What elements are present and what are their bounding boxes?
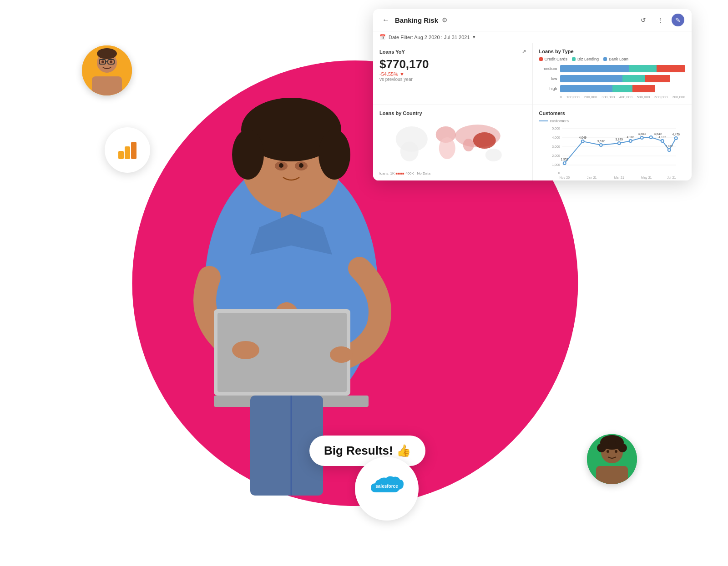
avatar-woman <box>587 434 637 484</box>
bar-seg-biz-high <box>612 85 632 92</box>
svg-rect-14 <box>596 466 628 484</box>
svg-point-35 <box>232 341 259 359</box>
analytics-icon <box>116 138 139 162</box>
bar-group-high <box>560 85 686 92</box>
bar-seg-credit-med <box>657 65 685 72</box>
svg-point-11 <box>97 48 117 59</box>
legend-dot-credit <box>539 57 543 61</box>
woman-avatar-image <box>587 434 637 484</box>
svg-point-29 <box>279 163 283 168</box>
svg-point-16 <box>615 450 617 453</box>
world-map: loans: 1K ■■■■ 400K No Data <box>379 119 526 169</box>
svg-rect-5 <box>92 76 122 95</box>
salesforce-svg: salesforce <box>366 474 407 501</box>
bar-seg-bank-high <box>560 85 613 92</box>
svg-point-40 <box>400 141 419 161</box>
bar-seg-credit-low <box>645 75 670 82</box>
svg-point-36 <box>330 346 353 363</box>
legend-dot-biz <box>572 57 576 61</box>
svg-point-26 <box>318 130 350 180</box>
back-button[interactable]: ← <box>380 15 391 25</box>
dashboard-panel: ← Banking Risk ⚙ ↺ ⋮ ✎ 📅 Date Filter: Au… <box>373 9 692 180</box>
svg-text:3,879: 3,879 <box>615 138 623 141</box>
svg-text:Jul-21: Jul-21 <box>667 176 676 179</box>
panel-actions: ↺ ⋮ ✎ <box>637 14 684 26</box>
bar-seg-bank-low <box>560 75 623 82</box>
svg-point-66 <box>667 149 670 151</box>
refresh-button[interactable]: ↺ <box>637 14 650 26</box>
svg-text:5,000: 5,000 <box>552 127 560 130</box>
bar-axis: 0 100,000 200,000 300,000 400,000 500,00… <box>539 95 686 99</box>
legend-bank-loan: Bank Loan <box>603 57 628 61</box>
edit-button[interactable]: ✎ <box>672 14 684 26</box>
bar-seg-biz-low <box>622 75 645 82</box>
customers-card: Customers customers 5,000 4,000 3,000 2,… <box>533 105 692 180</box>
svg-point-58 <box>563 162 566 165</box>
svg-point-63 <box>640 136 643 139</box>
svg-rect-2 <box>131 142 136 159</box>
svg-text:4,103: 4,103 <box>627 135 634 139</box>
svg-rect-1 <box>125 146 130 159</box>
loans-yoy-arrow[interactable]: ↗ <box>522 49 526 55</box>
svg-point-60 <box>599 144 602 146</box>
bar-row-high: high <box>539 85 686 92</box>
svg-point-44 <box>473 132 496 149</box>
svg-point-59 <box>581 140 584 143</box>
bar-row-medium: medium <box>539 65 686 72</box>
svg-text:Mar-21: Mar-21 <box>614 176 624 179</box>
map-svg <box>379 119 526 169</box>
svg-point-6 <box>101 60 104 63</box>
svg-text:3,000: 3,000 <box>552 145 560 148</box>
svg-text:4,603: 4,603 <box>638 132 646 135</box>
svg-point-64 <box>649 136 652 139</box>
svg-text:4,476: 4,476 <box>672 133 680 136</box>
svg-text:4,000: 4,000 <box>552 136 560 139</box>
legend-biz-lending: Biz Lending <box>572 57 599 61</box>
svg-text:2,000: 2,000 <box>552 154 560 157</box>
legend-dot-bank <box>603 57 607 61</box>
bar-seg-credit-high <box>632 85 655 92</box>
panel-body: Loans YoY ↗ $770,170 -54.55% ▼ vs previo… <box>373 43 692 180</box>
loans-by-country-title: Loans by Country <box>379 110 526 116</box>
legend-credit-cards: Credit Cards <box>539 57 568 61</box>
loans-yoy-title: Loans YoY ↗ <box>379 49 526 55</box>
svg-text:3,632: 3,632 <box>597 140 605 143</box>
svg-text:4,549: 4,549 <box>654 132 662 135</box>
customers-legend: customers <box>539 119 686 123</box>
bar-legend: Credit Cards Biz Lending Bank Loan <box>539 57 686 61</box>
legend-line <box>539 120 548 121</box>
svg-text:2,847: 2,847 <box>665 145 673 148</box>
svg-text:Jan-21: Jan-21 <box>587 176 597 179</box>
svg-point-42 <box>439 137 455 159</box>
more-button[interactable]: ⋮ <box>654 14 667 26</box>
date-filter-label: Date Filter: Aug 2 2020 : Jul 31 2021 <box>389 35 470 40</box>
svg-point-45 <box>485 149 502 161</box>
loans-yoy-card: Loans YoY ↗ $770,170 -54.55% ▼ vs previo… <box>373 43 532 105</box>
bar-group-medium <box>560 65 686 72</box>
svg-rect-0 <box>118 151 124 159</box>
loans-yoy-label: vs previous year <box>379 77 526 82</box>
calendar-icon: 📅 <box>379 34 386 40</box>
svg-text:4,049: 4,049 <box>579 136 586 139</box>
svg-text:1,952: 1,952 <box>561 158 568 161</box>
settings-icon[interactable]: ⚙ <box>442 16 448 24</box>
svg-point-30 <box>299 163 303 168</box>
loans-yoy-change: -54.55% ▼ <box>379 71 526 77</box>
loans-by-country-card: Loans by Country <box>373 105 532 180</box>
bar-group-low <box>560 75 686 82</box>
panel-title: Banking Risk <box>395 16 438 24</box>
loans-by-type-title: Loans by Type <box>539 49 686 54</box>
bar-chart: medium low <box>539 65 686 99</box>
svg-point-21 <box>615 439 622 446</box>
bar-label-low: low <box>539 76 557 81</box>
date-filter[interactable]: 📅 Date Filter: Aug 2 2020 : Jul 31 2021 … <box>373 31 692 43</box>
svg-point-15 <box>607 450 609 453</box>
loans-by-type-card: Loans by Type Credit Cards Biz Lending B… <box>533 43 692 105</box>
salesforce-circle: salesforce <box>355 457 419 521</box>
svg-point-46 <box>463 139 474 151</box>
avatar-man <box>82 45 132 95</box>
svg-point-25 <box>232 130 264 180</box>
svg-point-62 <box>629 140 632 142</box>
bar-seg-bank-med <box>560 65 629 72</box>
panel-header: ← Banking Risk ⚙ ↺ ⋮ ✎ <box>373 9 692 31</box>
